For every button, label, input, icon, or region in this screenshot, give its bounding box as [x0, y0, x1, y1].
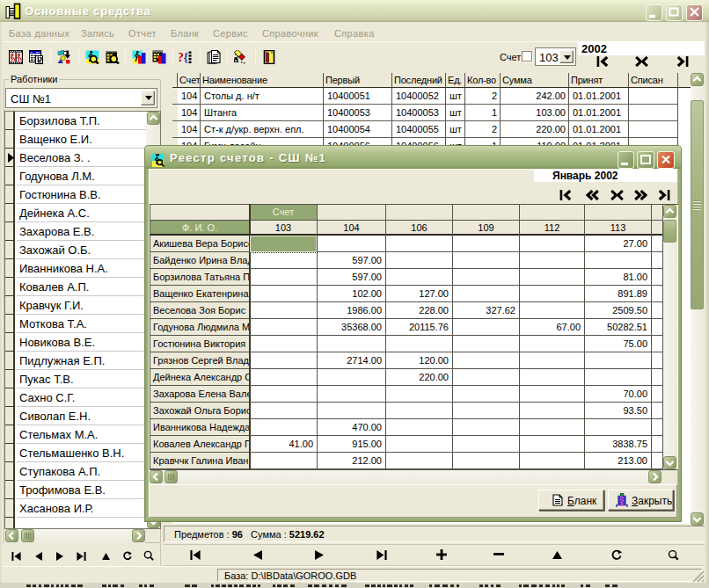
svg-text:{: {	[184, 51, 189, 64]
